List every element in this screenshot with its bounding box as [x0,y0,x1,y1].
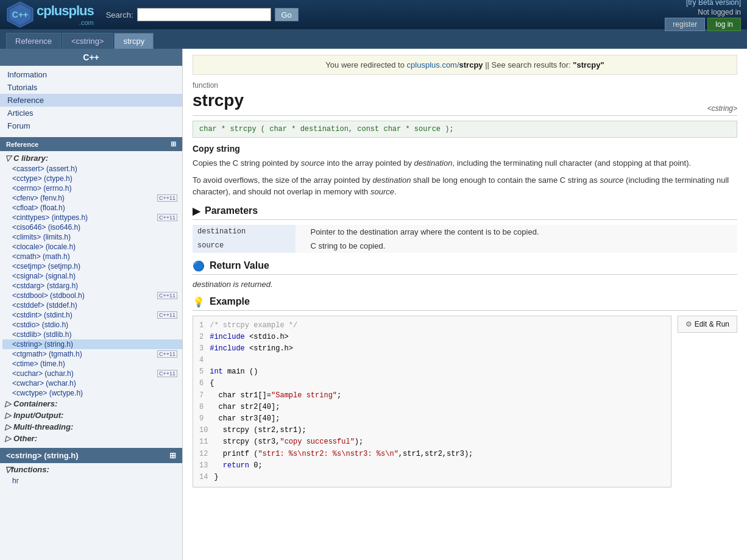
lib-item-cwchar[interactable]: <cwchar> (wchar.h) [2,378,182,388]
sidebar-item-information[interactable]: Information [0,68,182,81]
code-line-4: 4 [199,355,665,366]
lib-item-cstring[interactable]: <cstring> (string.h) [2,339,182,349]
not-logged-in-text: Not logged in [698,8,741,16]
function-library: <cstring> [707,104,737,113]
lib-item-cstdio[interactable]: <cstdio> (stdio.h) [2,320,182,330]
sidebar-item-reference[interactable]: Reference [0,94,182,107]
lib-item-cctype[interactable]: <cctype> (ctype.h) [2,174,182,183]
lib-item-ciso646[interactable]: <ciso646> (iso646.h) [2,222,182,232]
code-line-5: 5int main () [199,366,665,378]
cstring-func-hr[interactable]: hr [2,476,182,486]
sidebar-item-articles[interactable]: Articles [0,107,182,119]
code-line-2: 2#include <stdio.h> [199,331,665,343]
lib-item-cstdbool[interactable]: <cstdbool> (stdbool.h)C++11 [2,291,182,300]
lib-item-cstdarg[interactable]: <cstdarg> (stdarg.h) [2,281,182,291]
description-1: Copies the C string pointed by source in… [193,157,737,169]
params-table: destination Pointer to the destination a… [193,225,737,253]
function-header: function strcpy <cstring> [193,81,737,116]
sidebar-reference-header: Reference ⊞ [0,137,182,151]
containers-label: Containers: [13,399,57,408]
svg-text:C++: C++ [12,10,28,19]
tab-strcpy[interactable]: strcpy [114,33,154,49]
lib-item-cfloat[interactable]: <cfloat> (float.h) [2,203,182,213]
login-button[interactable]: log in [707,18,741,31]
other-toggle[interactable]: ▷Other: [0,433,182,444]
params-label: Parameters [205,205,258,216]
logo-icon: C++ [6,1,34,29]
redirect-sep: || [485,60,491,69]
return-value-text: destination is returned. [193,280,737,289]
lib-item-clocale[interactable]: <clocale> (locale.h) [2,242,182,252]
register-button[interactable]: register [665,18,705,31]
lib-item-cerrno[interactable]: <cerrno> (errno.h) [2,183,182,193]
lib-item-cstdint[interactable]: <cstdint> (stdint.h)C++11 [2,310,182,320]
sidebar-reference-icon[interactable]: ⊞ [171,140,176,148]
sidebar-item-tutorials[interactable]: Tutorials [0,81,182,94]
lib-item-cinttypes[interactable]: <cinttypes> (inttypes.h)C++11 [2,213,182,222]
redirect-search-text: See search results for: [492,60,573,69]
c-library-items: <cassert> (assert.h) <cctype> (ctype.h) … [0,164,182,398]
tab-reference[interactable]: Reference [6,33,61,49]
c-library-section: ▽C library: <cassert> (assert.h) <cctype… [0,151,182,445]
lib-item-climits[interactable]: <climits> (limits.h) [2,232,182,242]
lib-item-cstdlib[interactable]: <cstdlib> (stdlib.h) [2,330,182,339]
functions-subheader: ▽functions: [0,463,182,476]
lib-item-ctime[interactable]: <ctime> (time.h) [2,359,182,369]
lib-item-cmath[interactable]: <cmath> (math.h) [2,252,182,261]
cstring-header-icon[interactable]: ⊞ [169,451,176,460]
redirect-url[interactable]: cplusplus.com/strcpy [407,60,483,69]
top-right-area: [try Beta version] Not logged in registe… [665,0,741,31]
content-area: You were redirected to cplusplus.com/str… [183,49,747,560]
containers-toggle[interactable]: ▷Containers: [0,398,182,409]
param2-desc: C string to be copied. [296,239,737,253]
logo-wordmark: cplusplus [37,3,94,19]
c-library-label: C library: [13,154,48,163]
sidebar-cstring-header: <cstring> (string.h) ⊞ [0,448,182,463]
code-line-7: 7 char str1[]="Sample string"; [199,390,665,402]
param2-name: source [193,239,296,253]
search-go-button[interactable]: Go [275,8,299,21]
try-beta-link[interactable]: [try Beta version] [686,0,741,7]
search-input[interactable] [137,8,271,21]
function-name: strcpy [193,91,244,110]
edit-run-button[interactable]: ⚙ Edit & Run [678,316,737,333]
io-label: Input/Output: [13,411,63,420]
cstring-functions: hr [0,476,182,486]
lib-item-csignal[interactable]: <csignal> (signal.h) [2,271,182,281]
function-signature: char * strcpy ( char * destination, cons… [193,121,737,138]
other-label: Other: [13,434,37,443]
io-toggle[interactable]: ▷Input/Output: [0,409,182,421]
lib-item-cwctype[interactable]: <cwctype> (wctype.h) [2,388,182,398]
lib-item-cuchar[interactable]: <cuchar> (uchar.h)C++11 [2,369,182,378]
code-line-13: 13 return 0; [199,460,665,472]
code-line-3: 3#include <string.h> [199,343,665,355]
code-line-10: 10 strcpy (str2,str1); [199,425,665,436]
param1-desc: Pointer to the destination array where t… [296,225,737,239]
code-line-11: 11 strcpy (str3,"copy successful"); [199,436,665,448]
param1-name: destination [193,225,296,239]
function-type-label: function [193,81,244,90]
lib-item-cassert[interactable]: <cassert> (assert.h) [2,164,182,174]
example-section-header: 💡 Example [193,296,737,311]
code-line-6: 6{ [199,378,665,389]
tab-cstring[interactable]: <cstring> [62,33,113,49]
lib-item-ctgmath[interactable]: <ctgmath> (tgmath.h)C++11 [2,349,182,359]
param-row-destination: destination Pointer to the destination a… [193,225,737,239]
params-icon: ▶ [193,205,200,217]
multithreading-toggle[interactable]: ▷Multi-threading: [0,421,182,433]
return-section-header: 🔵 Return Value [193,260,737,275]
multithreading-label: Multi-threading: [13,422,73,431]
example-label: Example [210,296,250,307]
sidebar-nav: Information Tutorials Reference Articles… [0,66,182,135]
sidebar-item-forum[interactable]: Forum [0,119,182,132]
param-row-source: source C string to be copied. [193,239,737,253]
lib-item-csetjmp[interactable]: <csetjmp> (setjmp.h) [2,261,182,271]
return-icon: 🔵 [193,260,205,272]
redirect-text: You were redirected to [325,60,406,69]
gear-icon: ⚙ [685,320,692,328]
lib-item-cstddef[interactable]: <cstddef> (stddef.h) [2,300,182,310]
c-library-toggle[interactable]: ▽C library: [0,152,182,164]
sidebar: C++ Information Tutorials Reference Arti… [0,49,183,560]
lib-item-cfenv[interactable]: <cfenv> (fenv.h)C++11 [2,193,182,203]
code-line-8: 8 char str2[40]; [199,402,665,413]
